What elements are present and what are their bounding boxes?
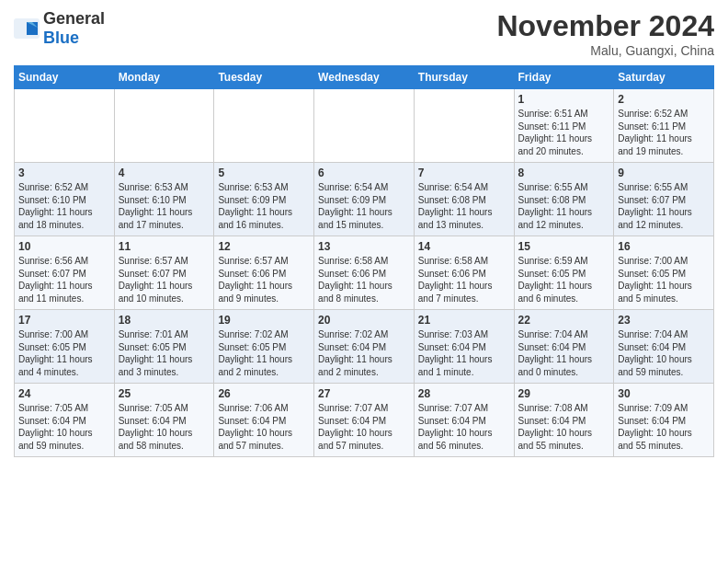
page-header: General Blue November 2024 Malu, Guangxi…	[14, 9, 714, 58]
calendar-cell: 11Sunrise: 6:57 AM Sunset: 6:07 PM Dayli…	[114, 236, 214, 310]
location-title: Malu, Guangxi, China	[496, 43, 714, 58]
day-number: 6	[318, 167, 410, 179]
calendar-cell: 3Sunrise: 6:52 AM Sunset: 6:10 PM Daylig…	[15, 163, 115, 236]
cell-content: Sunrise: 7:07 AM Sunset: 6:04 PM Dayligh…	[318, 402, 410, 452]
week-row-3: 10Sunrise: 6:56 AM Sunset: 6:07 PM Dayli…	[15, 236, 714, 310]
weekday-header-saturday: Saturday	[614, 66, 714, 89]
cell-content: Sunrise: 6:57 AM Sunset: 6:07 PM Dayligh…	[119, 255, 210, 304]
calendar-cell: 19Sunrise: 7:02 AM Sunset: 6:05 PM Dayli…	[214, 310, 314, 384]
day-number: 17	[18, 314, 110, 327]
calendar-cell: 6Sunrise: 6:54 AM Sunset: 6:09 PM Daylig…	[314, 163, 415, 236]
day-number: 14	[418, 240, 510, 253]
day-number: 26	[218, 387, 310, 400]
calendar-cell: 28Sunrise: 7:07 AM Sunset: 6:04 PM Dayli…	[414, 384, 514, 457]
cell-content: Sunrise: 6:58 AM Sunset: 6:06 PM Dayligh…	[318, 255, 410, 304]
cell-content: Sunrise: 6:52 AM Sunset: 6:11 PM Dayligh…	[618, 108, 710, 157]
cell-content: Sunrise: 7:07 AM Sunset: 6:04 PM Dayligh…	[418, 402, 510, 452]
calendar-cell: 20Sunrise: 7:02 AM Sunset: 6:04 PM Dayli…	[314, 310, 415, 384]
month-title: November 2024	[496, 9, 714, 43]
calendar-cell	[15, 89, 115, 163]
calendar-cell: 24Sunrise: 7:05 AM Sunset: 6:04 PM Dayli…	[15, 384, 115, 457]
day-number: 15	[518, 240, 610, 253]
cell-content: Sunrise: 6:55 AM Sunset: 6:08 PM Dayligh…	[518, 181, 610, 231]
day-number: 28	[418, 387, 510, 400]
calendar-cell: 18Sunrise: 7:01 AM Sunset: 6:05 PM Dayli…	[114, 310, 214, 384]
day-number: 19	[218, 314, 310, 327]
cell-content: Sunrise: 6:55 AM Sunset: 6:07 PM Dayligh…	[618, 181, 710, 231]
cell-content: Sunrise: 6:57 AM Sunset: 6:06 PM Dayligh…	[218, 255, 310, 304]
day-number: 8	[518, 167, 610, 179]
calendar-cell: 29Sunrise: 7:08 AM Sunset: 6:04 PM Dayli…	[514, 384, 614, 457]
cell-content: Sunrise: 6:53 AM Sunset: 6:09 PM Dayligh…	[218, 181, 310, 231]
calendar-cell: 30Sunrise: 7:09 AM Sunset: 6:04 PM Dayli…	[614, 384, 714, 457]
day-number: 27	[318, 387, 410, 400]
calendar-cell: 13Sunrise: 6:58 AM Sunset: 6:06 PM Dayli…	[314, 236, 415, 310]
calendar-cell: 21Sunrise: 7:03 AM Sunset: 6:04 PM Dayli…	[414, 310, 514, 384]
cell-content: Sunrise: 6:58 AM Sunset: 6:06 PM Dayligh…	[418, 255, 510, 304]
day-number: 25	[119, 387, 210, 400]
cell-content: Sunrise: 6:56 AM Sunset: 6:07 PM Dayligh…	[18, 255, 110, 304]
calendar-cell: 10Sunrise: 6:56 AM Sunset: 6:07 PM Dayli…	[15, 236, 115, 310]
cell-content: Sunrise: 7:00 AM Sunset: 6:05 PM Dayligh…	[618, 255, 710, 304]
calendar-cell: 8Sunrise: 6:55 AM Sunset: 6:08 PM Daylig…	[514, 163, 614, 236]
logo-general: General	[43, 9, 105, 28]
cell-content: Sunrise: 7:05 AM Sunset: 6:04 PM Dayligh…	[119, 402, 210, 452]
title-block: November 2024 Malu, Guangxi, China	[496, 9, 714, 58]
calendar-cell: 1Sunrise: 6:51 AM Sunset: 6:11 PM Daylig…	[514, 89, 614, 163]
day-number: 23	[618, 314, 710, 327]
calendar-cell: 14Sunrise: 6:58 AM Sunset: 6:06 PM Dayli…	[414, 236, 514, 310]
weekday-header-thursday: Thursday	[414, 66, 514, 89]
day-number: 18	[119, 314, 210, 327]
day-number: 11	[119, 240, 210, 253]
calendar-cell: 25Sunrise: 7:05 AM Sunset: 6:04 PM Dayli…	[114, 384, 214, 457]
day-number: 13	[318, 240, 410, 253]
day-number: 21	[418, 314, 510, 327]
weekday-header-friday: Friday	[514, 66, 614, 89]
cell-content: Sunrise: 7:02 AM Sunset: 6:04 PM Dayligh…	[318, 328, 410, 378]
day-number: 24	[18, 387, 110, 400]
calendar-cell: 9Sunrise: 6:55 AM Sunset: 6:07 PM Daylig…	[614, 163, 714, 236]
weekday-header-sunday: Sunday	[15, 66, 115, 89]
day-number: 29	[518, 387, 610, 400]
calendar-cell: 7Sunrise: 6:54 AM Sunset: 6:08 PM Daylig…	[414, 163, 514, 236]
cell-content: Sunrise: 6:51 AM Sunset: 6:11 PM Dayligh…	[518, 108, 610, 157]
logo-icon	[14, 18, 40, 39]
cell-content: Sunrise: 7:01 AM Sunset: 6:05 PM Dayligh…	[119, 328, 210, 378]
cell-content: Sunrise: 6:52 AM Sunset: 6:10 PM Dayligh…	[18, 181, 110, 231]
day-number: 12	[218, 240, 310, 253]
week-row-1: 1Sunrise: 6:51 AM Sunset: 6:11 PM Daylig…	[15, 89, 714, 163]
cell-content: Sunrise: 7:02 AM Sunset: 6:05 PM Dayligh…	[218, 328, 310, 378]
day-number: 5	[218, 167, 310, 179]
cell-content: Sunrise: 7:00 AM Sunset: 6:05 PM Dayligh…	[18, 328, 110, 378]
day-number: 7	[418, 167, 510, 179]
calendar-table: SundayMondayTuesdayWednesdayThursdayFrid…	[14, 65, 714, 457]
calendar-cell: 17Sunrise: 7:00 AM Sunset: 6:05 PM Dayli…	[15, 310, 115, 384]
cell-content: Sunrise: 7:08 AM Sunset: 6:04 PM Dayligh…	[518, 402, 610, 452]
calendar-cell	[114, 89, 214, 163]
weekday-header-tuesday: Tuesday	[214, 66, 314, 89]
day-number: 22	[518, 314, 610, 327]
calendar-cell	[214, 89, 314, 163]
weekday-header-monday: Monday	[114, 66, 214, 89]
day-number: 30	[618, 387, 710, 400]
day-number: 3	[18, 167, 110, 179]
cell-content: Sunrise: 7:03 AM Sunset: 6:04 PM Dayligh…	[418, 328, 510, 378]
weekday-header-wednesday: Wednesday	[314, 66, 415, 89]
cell-content: Sunrise: 7:09 AM Sunset: 6:04 PM Dayligh…	[618, 402, 710, 452]
day-number: 4	[119, 167, 210, 179]
logo: General Blue	[14, 9, 105, 48]
week-row-2: 3Sunrise: 6:52 AM Sunset: 6:10 PM Daylig…	[15, 163, 714, 236]
calendar-cell	[314, 89, 415, 163]
cell-content: Sunrise: 6:59 AM Sunset: 6:05 PM Dayligh…	[518, 255, 610, 304]
calendar-cell: 27Sunrise: 7:07 AM Sunset: 6:04 PM Dayli…	[314, 384, 415, 457]
cell-content: Sunrise: 6:54 AM Sunset: 6:09 PM Dayligh…	[318, 181, 410, 231]
cell-content: Sunrise: 6:54 AM Sunset: 6:08 PM Dayligh…	[418, 181, 510, 231]
calendar-cell	[414, 89, 514, 163]
day-number: 20	[318, 314, 410, 327]
logo-blue: Blue	[43, 29, 79, 47]
calendar-cell: 5Sunrise: 6:53 AM Sunset: 6:09 PM Daylig…	[214, 163, 314, 236]
week-row-5: 24Sunrise: 7:05 AM Sunset: 6:04 PM Dayli…	[15, 384, 714, 457]
logo-text: General Blue	[43, 9, 105, 48]
calendar-cell: 26Sunrise: 7:06 AM Sunset: 6:04 PM Dayli…	[214, 384, 314, 457]
week-row-4: 17Sunrise: 7:00 AM Sunset: 6:05 PM Dayli…	[15, 310, 714, 384]
